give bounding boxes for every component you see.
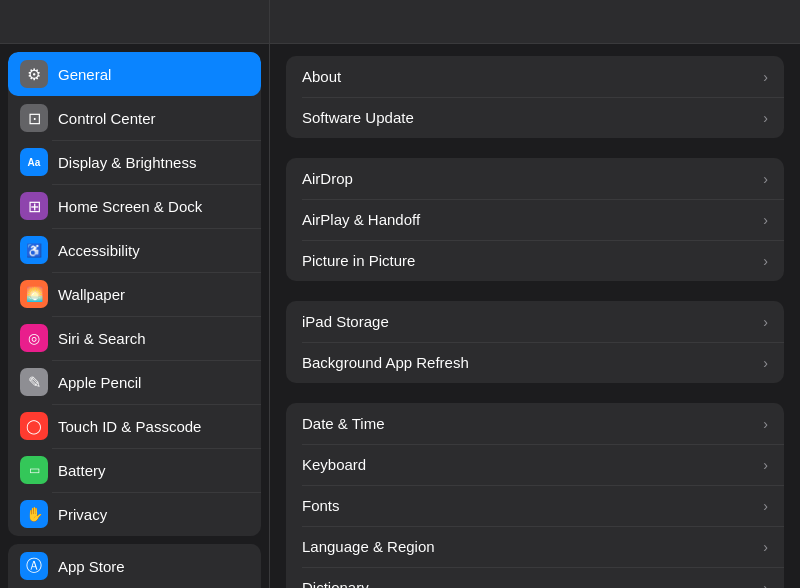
sidebar-group-group1: ⚙General⊡Control CenterAaDisplay & Brigh…	[8, 52, 261, 536]
pencil-icon: ✎	[20, 368, 48, 396]
display-icon: Aa	[20, 148, 48, 176]
chevron-icon-software-update: ›	[763, 110, 768, 126]
content-row-dictionary[interactable]: Dictionary›	[286, 567, 784, 588]
content-label-airplay: AirPlay & Handoff	[302, 211, 763, 228]
sidebar: ⚙General⊡Control CenterAaDisplay & Brigh…	[0, 44, 270, 588]
content-group-group-datetime: Date & Time›Keyboard›Fonts›Language & Re…	[286, 403, 784, 588]
siri-icon: ◎	[20, 324, 48, 352]
sidebar-label-privacy: Privacy	[58, 506, 107, 523]
accessibility-icon: ♿	[20, 236, 48, 264]
sidebar-label-control-center: Control Center	[58, 110, 156, 127]
content-group-group-about: About›Software Update›	[286, 56, 784, 138]
chevron-icon-airplay: ›	[763, 212, 768, 228]
sidebar-item-home-screen[interactable]: ⊞Home Screen & Dock	[8, 184, 261, 228]
sidebar-label-home-screen: Home Screen & Dock	[58, 198, 202, 215]
content-label-date-time: Date & Time	[302, 415, 763, 432]
header	[0, 0, 800, 44]
sidebar-item-control-center[interactable]: ⊡Control Center	[8, 96, 261, 140]
sidebar-label-touch-id: Touch ID & Passcode	[58, 418, 201, 435]
content-label-keyboard: Keyboard	[302, 456, 763, 473]
sidebar-label-general: General	[58, 66, 111, 83]
privacy-icon: ✋	[20, 500, 48, 528]
content-label-ipad-storage: iPad Storage	[302, 313, 763, 330]
content-group-group-storage: iPad Storage›Background App Refresh›	[286, 301, 784, 383]
content-label-language-region: Language & Region	[302, 538, 763, 555]
content-group-group-airdrop: AirDrop›AirPlay & Handoff›Picture in Pic…	[286, 158, 784, 281]
content-label-software-update: Software Update	[302, 109, 763, 126]
content-row-airplay[interactable]: AirPlay & Handoff›	[286, 199, 784, 240]
home-screen-icon: ⊞	[20, 192, 48, 220]
chevron-icon-language-region: ›	[763, 539, 768, 555]
content-row-about[interactable]: About›	[286, 56, 784, 97]
sidebar-label-siri: Siri & Search	[58, 330, 146, 347]
chevron-icon-dictionary: ›	[763, 580, 768, 589]
sidebar-item-battery[interactable]: ▭Battery	[8, 448, 261, 492]
sidebar-label-wallpaper: Wallpaper	[58, 286, 125, 303]
content-row-airdrop[interactable]: AirDrop›	[286, 158, 784, 199]
content-label-fonts: Fonts	[302, 497, 763, 514]
sidebar-item-wallpaper[interactable]: 🌅Wallpaper	[8, 272, 261, 316]
wallpaper-icon: 🌅	[20, 280, 48, 308]
content-row-software-update[interactable]: Software Update›	[286, 97, 784, 138]
content-row-language-region[interactable]: Language & Region›	[286, 526, 784, 567]
sidebar-header	[0, 0, 270, 43]
sidebar-item-app-store[interactable]: ⒶApp Store	[8, 544, 261, 588]
content-row-ipad-storage[interactable]: iPad Storage›	[286, 301, 784, 342]
chevron-icon-background-refresh: ›	[763, 355, 768, 371]
general-icon: ⚙	[20, 60, 48, 88]
content-row-background-refresh[interactable]: Background App Refresh›	[286, 342, 784, 383]
content-label-background-refresh: Background App Refresh	[302, 354, 763, 371]
control-center-icon: ⊡	[20, 104, 48, 132]
content-header	[270, 0, 800, 43]
touch-id-icon: ◯	[20, 412, 48, 440]
sidebar-label-app-store: App Store	[58, 558, 125, 575]
battery-icon: ▭	[20, 456, 48, 484]
chevron-icon-ipad-storage: ›	[763, 314, 768, 330]
content-row-fonts[interactable]: Fonts›	[286, 485, 784, 526]
sidebar-item-siri[interactable]: ◎Siri & Search	[8, 316, 261, 360]
content-area: About›Software Update›AirDrop›AirPlay & …	[270, 44, 800, 588]
sidebar-group-group2: ⒶApp Store▤Wallet & Apple Pay	[8, 544, 261, 588]
chevron-icon-date-time: ›	[763, 416, 768, 432]
sidebar-item-pencil[interactable]: ✎Apple Pencil	[8, 360, 261, 404]
content-row-date-time[interactable]: Date & Time›	[286, 403, 784, 444]
content-label-picture-in-picture: Picture in Picture	[302, 252, 763, 269]
sidebar-label-pencil: Apple Pencil	[58, 374, 141, 391]
chevron-icon-picture-in-picture: ›	[763, 253, 768, 269]
sidebar-item-touch-id[interactable]: ◯Touch ID & Passcode	[8, 404, 261, 448]
chevron-icon-fonts: ›	[763, 498, 768, 514]
chevron-icon-airdrop: ›	[763, 171, 768, 187]
content-label-about: About	[302, 68, 763, 85]
content-row-picture-in-picture[interactable]: Picture in Picture›	[286, 240, 784, 281]
sidebar-item-accessibility[interactable]: ♿Accessibility	[8, 228, 261, 272]
sidebar-item-general[interactable]: ⚙General	[8, 52, 261, 96]
main-layout: ⚙General⊡Control CenterAaDisplay & Brigh…	[0, 44, 800, 588]
chevron-icon-about: ›	[763, 69, 768, 85]
content-label-airdrop: AirDrop	[302, 170, 763, 187]
sidebar-label-battery: Battery	[58, 462, 106, 479]
sidebar-item-privacy[interactable]: ✋Privacy	[8, 492, 261, 536]
sidebar-item-display[interactable]: AaDisplay & Brightness	[8, 140, 261, 184]
sidebar-label-accessibility: Accessibility	[58, 242, 140, 259]
content-label-dictionary: Dictionary	[302, 579, 763, 588]
sidebar-label-display: Display & Brightness	[58, 154, 196, 171]
content-row-keyboard[interactable]: Keyboard›	[286, 444, 784, 485]
app-store-icon: Ⓐ	[20, 552, 48, 580]
chevron-icon-keyboard: ›	[763, 457, 768, 473]
